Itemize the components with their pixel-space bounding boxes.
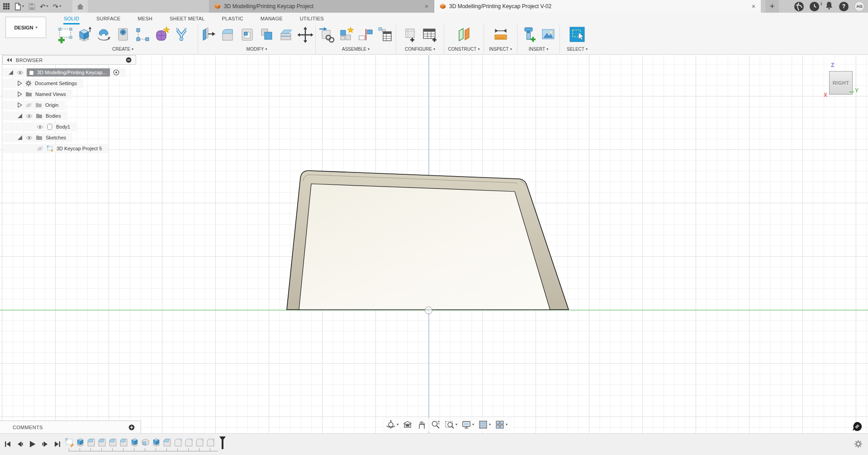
configuration-button[interactable] bbox=[402, 25, 419, 44]
tree-row-origin[interactable]: Origin bbox=[2, 101, 65, 110]
document-tab-2[interactable]: 3D Modelling/Printing Keycap Project V-0… bbox=[434, 0, 761, 13]
redo-button[interactable]: ↷ ▾ bbox=[53, 3, 62, 10]
tab-mesh[interactable]: MESH bbox=[137, 15, 153, 24]
tree-row-document-settings[interactable]: Document Settings bbox=[2, 79, 83, 88]
visibility-eye-icon[interactable] bbox=[26, 114, 33, 119]
keycap-body-model[interactable] bbox=[271, 163, 579, 312]
collapsed-arrow-icon[interactable] bbox=[17, 81, 22, 86]
tree-row-sketch-keycap-project-5[interactable]: 3D Keycap Project 5 bbox=[2, 144, 108, 153]
document-tab-1[interactable]: 3D Modelling/Printing Keycap Project × bbox=[209, 0, 434, 13]
insert-derive-button[interactable] bbox=[318, 25, 335, 44]
tree-row-bodies[interactable]: Bodies bbox=[2, 111, 67, 120]
zoom-window-button[interactable]: ▾ bbox=[445, 420, 457, 430]
activate-radio-icon[interactable] bbox=[113, 69, 119, 76]
pattern-button[interactable] bbox=[134, 25, 151, 44]
combine-button[interactable] bbox=[258, 25, 275, 44]
timeline-item-13-fillet2[interactable] bbox=[195, 437, 204, 447]
timeline-item-12-fillet2[interactable] bbox=[184, 437, 194, 447]
tab-solid[interactable]: SOLID bbox=[63, 15, 80, 24]
viewports-button[interactable]: ▾ bbox=[495, 420, 508, 430]
timeline-item-8-shell[interactable] bbox=[141, 437, 150, 447]
step-forward-button[interactable] bbox=[42, 441, 48, 447]
timeline-settings-gear-icon[interactable] bbox=[854, 440, 863, 448]
look-at-button[interactable] bbox=[403, 420, 413, 430]
tab-utilities[interactable]: UTILITIES bbox=[299, 15, 324, 24]
move-copy-button[interactable] bbox=[297, 25, 314, 44]
skip-to-end-button[interactable] bbox=[54, 441, 61, 447]
timeline-item-6-fillet[interactable] bbox=[119, 437, 128, 447]
user-avatar[interactable]: AG bbox=[854, 1, 864, 11]
bom-button[interactable] bbox=[376, 25, 394, 44]
orbit-button[interactable]: ▾ bbox=[386, 420, 398, 430]
help-button[interactable]: ? bbox=[839, 2, 849, 11]
configuration-table-button[interactable] bbox=[421, 25, 438, 44]
visibility-eye-icon[interactable] bbox=[17, 70, 24, 75]
origin-point[interactable] bbox=[425, 307, 432, 314]
hole-button[interactable] bbox=[114, 25, 132, 44]
timeline-position-marker[interactable] bbox=[219, 436, 226, 450]
visibility-off-eye-icon[interactable] bbox=[37, 146, 43, 151]
zoom-window-caret[interactable]: ▾ bbox=[455, 423, 457, 426]
group-label-assemble[interactable]: ASSEMBLE▾ bbox=[342, 47, 370, 52]
timeline-item-14-fillet2[interactable] bbox=[206, 437, 215, 447]
tab-close-button[interactable]: × bbox=[751, 3, 756, 10]
timeline-item-4-fillet[interactable] bbox=[97, 437, 107, 447]
group-label-modify[interactable]: MODIFY▾ bbox=[247, 47, 267, 52]
group-label-insert[interactable]: INSERT▾ bbox=[529, 47, 549, 52]
add-comment-icon[interactable] bbox=[128, 424, 135, 431]
group-label-create[interactable]: CREATE▾ bbox=[112, 47, 133, 52]
tab-surface[interactable]: SURFACE bbox=[96, 15, 121, 24]
comments-panel-header[interactable]: COMMENTS bbox=[0, 421, 141, 433]
fillet-button[interactable] bbox=[219, 25, 236, 44]
select-button[interactable] bbox=[569, 25, 586, 44]
timeline-item-9-extrude[interactable] bbox=[152, 437, 161, 447]
workspace-selector-button[interactable]: DESIGN ▾ bbox=[5, 17, 46, 38]
tree-row-body1[interactable]: Body1 bbox=[2, 122, 76, 131]
display-settings-button[interactable]: ▾ bbox=[461, 420, 474, 430]
shell-button[interactable] bbox=[238, 25, 256, 44]
expanded-arrow-icon[interactable] bbox=[8, 70, 14, 75]
collapsed-arrow-icon[interactable] bbox=[17, 91, 22, 97]
extensions-button[interactable] bbox=[794, 2, 804, 11]
create-sketch-button[interactable] bbox=[56, 25, 73, 44]
tab-close-button[interactable]: × bbox=[424, 3, 429, 10]
viewport-canvas[interactable]: RIGHT Z X Y BROWSER bbox=[0, 55, 868, 433]
pipe-button[interactable] bbox=[173, 25, 190, 44]
app-grid-menu-button[interactable] bbox=[3, 3, 10, 10]
group-label-select[interactable]: SELECT▾ bbox=[567, 47, 588, 52]
minus-circle-icon[interactable] bbox=[126, 57, 132, 63]
tab-manage[interactable]: MANAGE bbox=[260, 15, 283, 24]
visibility-eye-icon[interactable] bbox=[26, 135, 33, 140]
timeline-item-11-fillet2[interactable] bbox=[173, 437, 183, 447]
save-button[interactable] bbox=[28, 3, 35, 10]
undo-button[interactable]: ↶ ▾ bbox=[40, 3, 48, 10]
comment-bubble-button[interactable] bbox=[852, 421, 863, 432]
file-menu-button[interactable]: ▾ bbox=[14, 3, 24, 10]
group-label-inspect[interactable]: INSPECT▾ bbox=[489, 47, 512, 52]
tab-sheet-metal[interactable]: SHEET METAL bbox=[169, 15, 205, 24]
new-document-tab-button[interactable]: + bbox=[765, 0, 779, 13]
joint-button[interactable] bbox=[357, 25, 374, 44]
expanded-arrow-icon[interactable] bbox=[17, 113, 23, 119]
pan-button[interactable] bbox=[417, 420, 427, 430]
browser-header[interactable]: BROWSER bbox=[2, 55, 136, 65]
extrude-button[interactable] bbox=[76, 25, 93, 44]
display-settings-caret[interactable]: ▾ bbox=[472, 423, 474, 426]
notifications-button[interactable] bbox=[825, 1, 833, 12]
construction-plane-button[interactable] bbox=[455, 25, 473, 44]
tab-plastic[interactable]: PLASTIC bbox=[222, 15, 244, 24]
visibility-off-eye-icon[interactable] bbox=[25, 103, 32, 108]
canvas-button[interactable] bbox=[540, 25, 557, 44]
timeline-item-3-fillet[interactable] bbox=[86, 437, 96, 447]
home-view-button[interactable] bbox=[72, 0, 88, 13]
zoom-button[interactable] bbox=[431, 420, 441, 430]
timeline-item-2-extrude[interactable] bbox=[76, 437, 85, 447]
group-label-configure[interactable]: CONFIGURE▾ bbox=[405, 47, 435, 52]
tree-row-root-component[interactable]: 3D Modelling/Printing Keycap... bbox=[2, 68, 126, 77]
tree-row-sketches[interactable]: Sketches bbox=[2, 133, 72, 142]
skip-to-start-button[interactable] bbox=[5, 441, 11, 447]
press-pull-button[interactable] bbox=[199, 25, 217, 44]
tree-row-named-views[interactable]: Named Views bbox=[2, 90, 72, 99]
new-component-button[interactable] bbox=[337, 25, 355, 44]
play-button[interactable] bbox=[29, 441, 36, 448]
